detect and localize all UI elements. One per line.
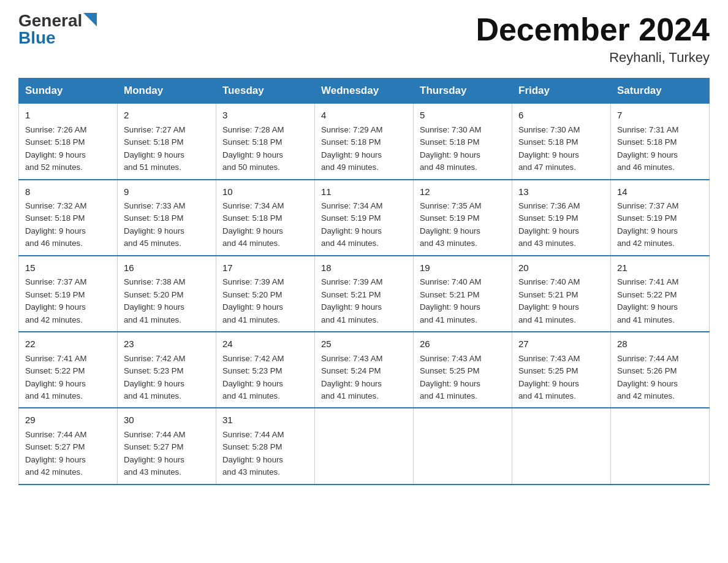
table-row: 29 Sunrise: 7:44 AMSunset: 5:27 PMDaylig… [19,408,118,484]
day-info: Sunrise: 7:40 AMSunset: 5:21 PMDaylight:… [518,277,580,324]
table-row: 28 Sunrise: 7:44 AMSunset: 5:26 PMDaylig… [611,332,710,408]
calendar-week-row: 8 Sunrise: 7:32 AMSunset: 5:18 PMDayligh… [19,180,710,256]
table-row: 6 Sunrise: 7:30 AMSunset: 5:18 PMDayligh… [512,104,611,180]
table-row: 10 Sunrise: 7:34 AMSunset: 5:18 PMDaylig… [216,180,315,256]
calendar-header-row: Sunday Monday Tuesday Wednesday Thursday… [19,79,710,104]
day-number: 24 [222,337,308,351]
day-info: Sunrise: 7:39 AMSunset: 5:21 PMDaylight:… [321,277,382,324]
day-number: 2 [124,109,210,123]
day-info: Sunrise: 7:29 AMSunset: 5:18 PMDaylight:… [321,125,382,172]
table-row: 21 Sunrise: 7:41 AMSunset: 5:22 PMDaylig… [611,256,710,332]
day-number: 29 [25,413,111,427]
table-row: 23 Sunrise: 7:42 AMSunset: 5:23 PMDaylig… [118,332,216,408]
day-number: 4 [321,109,407,123]
day-number: 27 [518,337,604,351]
day-number: 18 [321,261,407,275]
table-row: 19 Sunrise: 7:40 AMSunset: 5:21 PMDaylig… [414,256,512,332]
day-info: Sunrise: 7:42 AMSunset: 5:23 PMDaylight:… [222,354,284,400]
col-friday: Friday [512,79,611,104]
calendar-week-row: 29 Sunrise: 7:44 AMSunset: 5:27 PMDaylig… [19,408,710,484]
table-row: 22 Sunrise: 7:41 AMSunset: 5:22 PMDaylig… [19,332,118,408]
col-wednesday: Wednesday [315,79,414,104]
table-row: 9 Sunrise: 7:33 AMSunset: 5:18 PMDayligh… [118,180,216,256]
table-row: 7 Sunrise: 7:31 AMSunset: 5:18 PMDayligh… [611,104,710,180]
day-info: Sunrise: 7:30 AMSunset: 5:18 PMDaylight:… [518,125,580,172]
day-info: Sunrise: 7:43 AMSunset: 5:25 PMDaylight:… [420,354,481,400]
col-saturday: Saturday [611,79,710,104]
day-number: 22 [25,337,111,351]
calendar-title: December 2024 [476,12,710,47]
table-row: 16 Sunrise: 7:38 AMSunset: 5:20 PMDaylig… [118,256,216,332]
day-info: Sunrise: 7:27 AMSunset: 5:18 PMDaylight:… [124,125,185,172]
table-row: 2 Sunrise: 7:27 AMSunset: 5:18 PMDayligh… [118,104,216,180]
svg-marker-0 [83,13,97,26]
logo-general-text: General [18,12,82,29]
day-info: Sunrise: 7:28 AMSunset: 5:18 PMDaylight:… [222,125,284,172]
table-row [414,408,512,484]
day-number: 31 [222,413,308,427]
day-number: 30 [124,413,210,427]
table-row [315,408,414,484]
table-row: 30 Sunrise: 7:44 AMSunset: 5:27 PMDaylig… [118,408,216,484]
day-info: Sunrise: 7:34 AMSunset: 5:19 PMDaylight:… [321,201,382,248]
page-header: General Blue December 2024 Reyhanli, Tur… [18,12,710,66]
day-number: 7 [617,109,703,123]
day-number: 11 [321,185,407,199]
day-info: Sunrise: 7:33 AMSunset: 5:18 PMDaylight:… [124,201,185,248]
day-info: Sunrise: 7:40 AMSunset: 5:21 PMDaylight:… [420,277,481,324]
day-info: Sunrise: 7:41 AMSunset: 5:22 PMDaylight:… [617,277,678,324]
day-info: Sunrise: 7:38 AMSunset: 5:20 PMDaylight:… [124,277,185,324]
day-number: 15 [25,261,111,275]
table-row: 17 Sunrise: 7:39 AMSunset: 5:20 PMDaylig… [216,256,315,332]
table-row: 18 Sunrise: 7:39 AMSunset: 5:21 PMDaylig… [315,256,414,332]
table-row: 4 Sunrise: 7:29 AMSunset: 5:18 PMDayligh… [315,104,414,180]
day-info: Sunrise: 7:36 AMSunset: 5:19 PMDaylight:… [518,201,580,248]
day-info: Sunrise: 7:37 AMSunset: 5:19 PMDaylight:… [617,201,678,248]
table-row: 3 Sunrise: 7:28 AMSunset: 5:18 PMDayligh… [216,104,315,180]
day-number: 5 [420,109,506,123]
day-number: 13 [518,185,604,199]
col-tuesday: Tuesday [216,79,315,104]
day-info: Sunrise: 7:30 AMSunset: 5:18 PMDaylight:… [420,125,481,172]
day-number: 8 [25,185,111,199]
table-row: 8 Sunrise: 7:32 AMSunset: 5:18 PMDayligh… [19,180,118,256]
col-monday: Monday [118,79,216,104]
day-number: 12 [420,185,506,199]
day-number: 16 [124,261,210,275]
calendar-subtitle: Reyhanli, Turkey [476,50,710,66]
calendar-week-row: 22 Sunrise: 7:41 AMSunset: 5:22 PMDaylig… [19,332,710,408]
title-block: December 2024 Reyhanli, Turkey [476,12,710,66]
logo-arrow-icon [83,13,97,26]
day-number: 23 [124,337,210,351]
day-number: 19 [420,261,506,275]
day-number: 14 [617,185,703,199]
day-number: 6 [518,109,604,123]
table-row: 14 Sunrise: 7:37 AMSunset: 5:19 PMDaylig… [611,180,710,256]
table-row: 25 Sunrise: 7:43 AMSunset: 5:24 PMDaylig… [315,332,414,408]
day-number: 26 [420,337,506,351]
col-sunday: Sunday [19,79,118,104]
day-info: Sunrise: 7:42 AMSunset: 5:23 PMDaylight:… [124,354,185,400]
day-info: Sunrise: 7:37 AMSunset: 5:19 PMDaylight:… [25,277,86,324]
table-row: 24 Sunrise: 7:42 AMSunset: 5:23 PMDaylig… [216,332,315,408]
day-info: Sunrise: 7:39 AMSunset: 5:20 PMDaylight:… [222,277,284,324]
day-number: 9 [124,185,210,199]
table-row: 12 Sunrise: 7:35 AMSunset: 5:19 PMDaylig… [414,180,512,256]
day-info: Sunrise: 7:43 AMSunset: 5:24 PMDaylight:… [321,354,382,400]
day-info: Sunrise: 7:44 AMSunset: 5:27 PMDaylight:… [25,430,86,477]
day-info: Sunrise: 7:44 AMSunset: 5:26 PMDaylight:… [617,354,678,400]
calendar-table: Sunday Monday Tuesday Wednesday Thursday… [18,78,710,485]
day-info: Sunrise: 7:44 AMSunset: 5:28 PMDaylight:… [222,430,284,477]
logo-blue-text: Blue [18,29,56,47]
col-thursday: Thursday [414,79,512,104]
calendar-week-row: 1 Sunrise: 7:26 AMSunset: 5:18 PMDayligh… [19,104,710,180]
day-number: 20 [518,261,604,275]
table-row: 11 Sunrise: 7:34 AMSunset: 5:19 PMDaylig… [315,180,414,256]
day-info: Sunrise: 7:35 AMSunset: 5:19 PMDaylight:… [420,201,481,248]
day-number: 25 [321,337,407,351]
logo: General Blue [18,12,97,47]
table-row: 27 Sunrise: 7:43 AMSunset: 5:25 PMDaylig… [512,332,611,408]
table-row: 26 Sunrise: 7:43 AMSunset: 5:25 PMDaylig… [414,332,512,408]
table-row: 1 Sunrise: 7:26 AMSunset: 5:18 PMDayligh… [19,104,118,180]
day-number: 3 [222,109,308,123]
